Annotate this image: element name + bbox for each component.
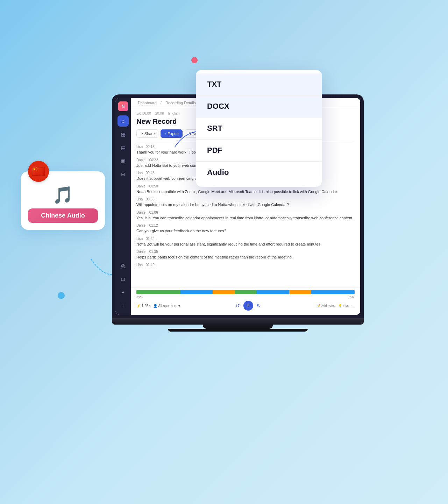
time-start: 3:23 [136,295,143,299]
speaker-label: Daniel 01:35 [136,250,355,254]
transcript-text: Yes, it is. You can transcribe calendar … [136,215,355,221]
chinese-audio-card: 🇨🇳 🎵 Chinese Audio [21,171,105,230]
transcript-entry-9: Lisa 01:40 [136,263,355,267]
speaker-label: Lisa 01:24 [136,237,355,241]
transcript-text: Notta Bot is compatible with Zoom , Goog… [136,189,355,195]
record-date: 5/6 16:00 [136,112,151,115]
export-option-pdf[interactable]: PDF [196,140,322,161]
speaker-label: Daniel 01:06 [136,211,355,214]
player-controls: ⚡ 1.25× 👤 All speakers ▾ ↺ ⏸ ↻ 📝 Add not… [136,299,355,313]
transcript-entry-5: Daniel 01:06 Yes, it is. You can transcr… [136,211,355,221]
calendar-icon: ▦ [121,132,126,137]
rewind-button[interactable]: ↺ [236,303,240,308]
sidebar-item-delete[interactable]: ⊡ [118,274,129,285]
player-left: ⚡ 1.25× 👤 All speakers ▾ [136,304,180,308]
share-button[interactable]: ↗ Share [136,129,158,138]
sidebar-item-settings[interactable]: ✦ [118,287,129,298]
export-option-txt[interactable]: TXT [196,73,322,95]
export-option-docx[interactable]: DOCX [196,95,322,117]
location-icon: ◎ [121,263,125,269]
add-notes-button[interactable]: 📝 Add notes [317,304,335,307]
breadcrumb-separator: / [161,101,162,105]
pink-dot-decoration [191,57,198,63]
transcript-text: Notta Bot will be your personal assistan… [136,241,355,247]
record-duration: 20:08 [155,112,164,115]
waveform-bar[interactable] [136,290,355,294]
folder-icon: ▤ [121,145,126,150]
home-icon: ⌂ [122,118,125,124]
breadcrumb-current: Recording Details [165,101,196,105]
speakers-label[interactable]: 👤 All speakers ▾ [153,304,180,308]
sidebar-item-location[interactable]: ◎ [118,260,129,271]
music-icon: 🎵 [28,185,98,205]
sidebar-item-doc[interactable]: ▣ [118,155,129,166]
sidebar-bottom: ◎ ⊡ ✦ ↓ [118,260,129,311]
transcript-text: Can you give us your feedback on the new… [136,228,355,234]
speaker-label: Daniel 01:12 [136,223,355,227]
laptop-stand [203,325,273,329]
export-option-srt[interactable]: SRT [196,118,322,139]
app-logo: N [118,101,128,111]
breadcrumb-home[interactable]: Dashboard [138,101,157,105]
doc-icon: ▣ [121,158,126,164]
sidebar-item-download[interactable]: ↓ [118,300,129,311]
sidebar-item-calendar[interactable]: ▦ [118,129,129,140]
chinese-flag: 🇨🇳 [28,161,49,182]
transcript-entry-6: Daniel 01:12 Can you give us your feedba… [136,223,355,234]
export-dropdown: TXT DOCX SRT PDF Audio [196,70,322,187]
export-option-audio[interactable]: Audio [196,162,322,183]
player-right: 📝 Add notes 💡 Tips ⋯ [317,304,355,307]
download-icon: ↓ [122,303,125,308]
transcript-entry-7: Lisa 01:24 Notta Bot will be your person… [136,237,355,247]
tips-button[interactable]: 💡 Tips [338,304,349,307]
speaker-label: Lisa 00:56 [136,197,355,201]
time-end: 8:32 [348,295,355,299]
laptop-bottom-bar [168,329,308,332]
export-icon: ↑ [164,132,166,136]
audio-card-label: Chinese Audio [28,208,98,223]
transcript-text: Will appointments on my calendar be sync… [136,202,355,208]
trash-icon: ⊟ [121,171,125,177]
player-area: 3:23 8:32 ⚡ 1.25× 👤 All speakers ▾ ↺ ⏸ [131,288,360,315]
sidebar: N ⌂ ▦ ▤ ▣ ⊟ [115,98,131,315]
speed-label[interactable]: ⚡ 1.25× [136,304,150,308]
share-icon: ↗ [140,132,143,136]
transcript-entry-4: Lisa 00:56 Will appointments on my calen… [136,197,355,208]
time-row: 3:23 8:32 [136,295,355,299]
record-language: English [168,112,180,115]
speaker-label: Lisa 01:40 [136,263,355,267]
forward-button[interactable]: ↻ [257,303,261,308]
pause-button[interactable]: ⏸ [243,301,253,311]
laptop-base [112,318,364,325]
transcript-entry-8: Daniel 01:35 Helps participants focus on… [136,250,355,260]
transcript-text: Helps participants focus on the content … [136,254,355,260]
player-center: ↺ ⏸ ↻ [236,301,261,311]
settings-icon: ✦ [121,290,125,295]
delete-icon: ⊡ [121,276,125,282]
sidebar-item-folder[interactable]: ▤ [118,142,129,153]
blue-dot-decoration [58,292,65,299]
more-options-icon[interactable]: ⋯ [351,304,355,307]
sidebar-item-home[interactable]: ⌂ [118,115,129,127]
sidebar-item-trash[interactable]: ⊟ [118,169,129,180]
